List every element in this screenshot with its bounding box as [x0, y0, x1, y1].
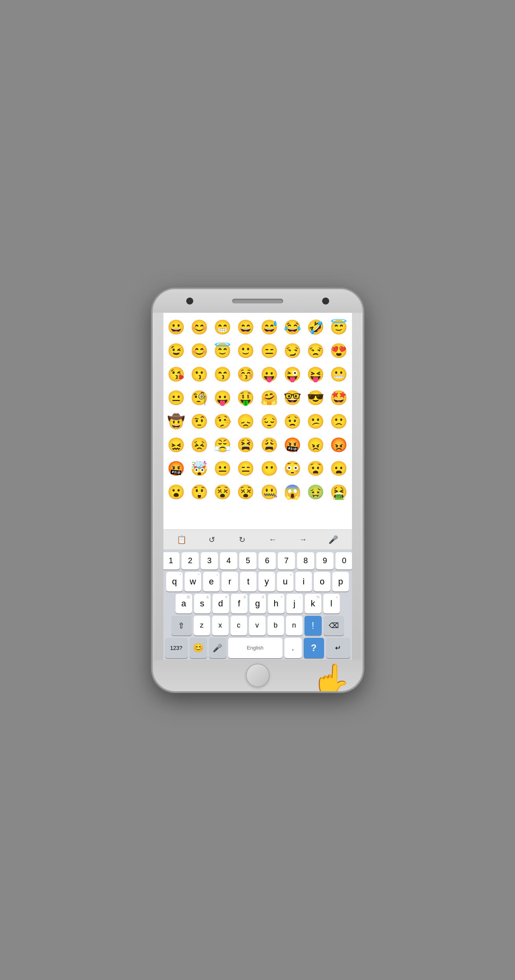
key-3[interactable]: 3 — [201, 552, 218, 569]
emoji-25[interactable]: 🧐 — [188, 387, 211, 409]
clipboard-button[interactable]: 📋 — [173, 532, 190, 547]
emoji-15[interactable]: 😍 — [328, 339, 350, 362]
emoji-58[interactable]: 😵 — [211, 481, 234, 504]
emoji-49[interactable]: 🤯 — [188, 457, 211, 480]
key-8[interactable]: 8 — [297, 552, 314, 569]
backspace-key[interactable]: ⌫ — [324, 616, 344, 635]
emoji-3[interactable]: 😄 — [235, 316, 257, 339]
cursor-right-button[interactable]: → — [294, 532, 312, 547]
emoji-button[interactable]: 😊 — [190, 638, 207, 658]
key-r[interactable]: ·r — [222, 572, 238, 591]
shift-button[interactable]: ⇧ — [171, 616, 192, 635]
key-s[interactable]: &s — [194, 594, 211, 613]
emoji-62[interactable]: 🤢 — [304, 481, 327, 504]
emoji-18[interactable]: 😙 — [211, 363, 234, 386]
key-v[interactable]: v — [249, 616, 266, 635]
redo-button[interactable]: ↻ — [234, 532, 251, 547]
emoji-6[interactable]: 🤣 — [304, 316, 327, 339]
123-button[interactable]: 123? — [165, 638, 188, 658]
enter-key[interactable]: ↵ — [326, 638, 350, 658]
emoji-22[interactable]: 😝 — [304, 363, 327, 386]
mic-toolbar-button[interactable]: 🎤 — [325, 532, 342, 547]
key-0[interactable]: 0 — [335, 552, 352, 569]
cursor-left-button[interactable]: ← — [264, 532, 281, 547]
emoji-41[interactable]: 😣 — [188, 434, 211, 456]
emoji-33[interactable]: 🤨 — [188, 410, 211, 433]
emoji-16[interactable]: 😘 — [165, 363, 187, 386]
key-p[interactable]: p — [332, 572, 349, 591]
emoji-23[interactable]: 😬 — [328, 363, 350, 386]
emoji-19[interactable]: 😚 — [235, 363, 257, 386]
emoji-59[interactable]: 😵 — [235, 481, 257, 504]
emoji-44[interactable]: 😩 — [258, 434, 280, 456]
emoji-20[interactable]: 😛 — [258, 363, 280, 386]
key-9[interactable]: 9 — [316, 552, 334, 569]
emoji-9[interactable]: 😊 — [188, 339, 211, 362]
emoji-0[interactable]: 😀 — [165, 316, 187, 339]
key-g[interactable]: €g — [249, 594, 266, 613]
emoji-29[interactable]: 🤓 — [281, 387, 304, 409]
key-6[interactable]: 6 — [258, 552, 276, 569]
key-d[interactable]: #d — [213, 594, 229, 613]
key-h[interactable]: +h — [268, 594, 284, 613]
emoji-34[interactable]: 🤥 — [211, 410, 234, 433]
exclaim-key[interactable]: ! — [304, 616, 322, 635]
emoji-38[interactable]: 😕 — [304, 410, 327, 433]
emoji-61[interactable]: 😱 — [281, 481, 304, 504]
emoji-10[interactable]: 😇 — [211, 339, 234, 362]
key-1[interactable]: 1 — [163, 552, 180, 569]
emoji-54[interactable]: 😧 — [304, 457, 327, 480]
emoji-50[interactable]: 😐 — [211, 457, 234, 480]
emoji-31[interactable]: 🤩 — [328, 387, 350, 409]
emoji-52[interactable]: 😶 — [258, 457, 280, 480]
emoji-5[interactable]: 😂 — [281, 316, 304, 339]
key-z[interactable]: z — [194, 616, 210, 635]
emoji-56[interactable]: 😮 — [165, 481, 187, 504]
key-5[interactable]: 5 — [239, 552, 257, 569]
key-2[interactable]: 2 — [181, 552, 199, 569]
emoji-40[interactable]: 😖 — [165, 434, 187, 456]
key-w[interactable]: ^w — [185, 572, 201, 591]
space-bar[interactable]: English — [228, 638, 282, 658]
emoji-26[interactable]: 😛 — [211, 387, 234, 409]
key-y[interactable]: 'y — [258, 572, 275, 591]
emoji-45[interactable]: 🤬 — [281, 434, 304, 456]
emoji-53[interactable]: 😳 — [281, 457, 304, 480]
home-button[interactable] — [246, 664, 269, 687]
emoji-60[interactable]: 🤐 — [258, 481, 280, 504]
period-key[interactable]: . — [284, 638, 302, 658]
emoji-47[interactable]: 😡 — [328, 434, 350, 456]
key-t[interactable]: `t — [240, 572, 257, 591]
key-4[interactable]: 4 — [220, 552, 237, 569]
emoji-17[interactable]: 😗 — [188, 363, 211, 386]
key-7[interactable]: 7 — [278, 552, 295, 569]
key-b[interactable]: b — [268, 616, 284, 635]
emoji-46[interactable]: 😠 — [304, 434, 327, 456]
emoji-57[interactable]: 😲 — [188, 481, 211, 504]
emoji-1[interactable]: 😊 — [188, 316, 211, 339]
emoji-13[interactable]: 😏 — [281, 339, 304, 362]
emoji-55[interactable]: 😦 — [328, 457, 350, 480]
emoji-42[interactable]: 😤 — [211, 434, 234, 456]
key-u[interactable]: +u — [277, 572, 293, 591]
emoji-43[interactable]: 😫 — [235, 434, 257, 456]
key-f[interactable]: $f — [231, 594, 247, 613]
key-j[interactable]: -j — [286, 594, 303, 613]
emoji-32[interactable]: 🤠 — [165, 410, 187, 433]
emoji-36[interactable]: 😔 — [258, 410, 280, 433]
key-k[interactable]: %k — [305, 594, 321, 613]
emoji-51[interactable]: 😑 — [235, 457, 257, 480]
emoji-7[interactable]: 😇 — [328, 316, 350, 339]
emoji-48[interactable]: 🤬 — [165, 457, 187, 480]
key-c[interactable]: c — [231, 616, 247, 635]
key-a[interactable]: @a — [176, 594, 192, 613]
key-n[interactable]: n — [286, 616, 302, 635]
emoji-12[interactable]: 😑 — [258, 339, 280, 362]
key-e[interactable]: ~e — [203, 572, 220, 591]
mic-key[interactable]: 🎤 — [209, 638, 226, 658]
emoji-35[interactable]: 😞 — [235, 410, 257, 433]
emoji-24[interactable]: 😐 — [165, 387, 187, 409]
emoji-28[interactable]: 🤗 — [258, 387, 280, 409]
question-key[interactable]: ? — [304, 638, 324, 658]
key-i[interactable]: i — [295, 572, 312, 591]
